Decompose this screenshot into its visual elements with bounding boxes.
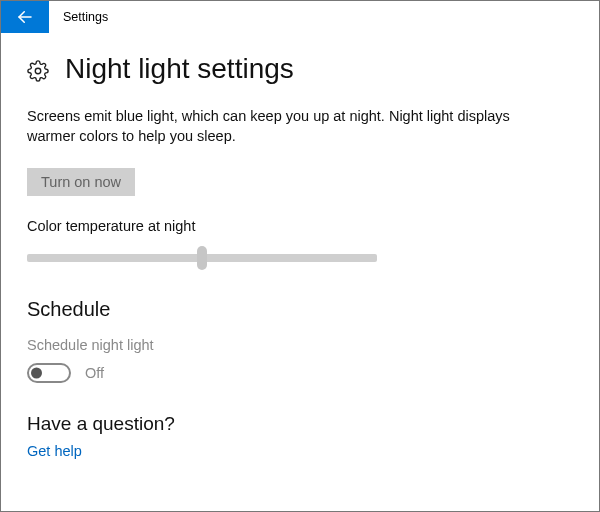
schedule-toggle-state: Off — [85, 365, 104, 381]
svg-point-1 — [35, 68, 41, 74]
titlebar-app-name: Settings — [63, 10, 108, 24]
settings-window: Settings Night light settings Screens em… — [0, 0, 600, 512]
back-button[interactable] — [1, 1, 49, 33]
schedule-toggle[interactable] — [27, 363, 71, 383]
back-arrow-icon — [16, 8, 34, 26]
gear-icon — [27, 60, 49, 82]
page-description: Screens emit blue light, which can keep … — [27, 107, 547, 146]
page-content: Night light settings Screens emit blue l… — [1, 33, 599, 479]
turn-on-now-button[interactable]: Turn on now — [27, 168, 135, 196]
get-help-link[interactable]: Get help — [27, 443, 573, 459]
color-temperature-label: Color temperature at night — [27, 218, 573, 234]
schedule-heading: Schedule — [27, 298, 573, 321]
schedule-toggle-label: Schedule night light — [27, 337, 573, 353]
page-header: Night light settings — [27, 53, 573, 85]
color-temperature-slider[interactable] — [27, 246, 377, 270]
slider-thumb[interactable] — [197, 246, 207, 270]
schedule-toggle-row: Off — [27, 363, 573, 383]
have-a-question-heading: Have a question? — [27, 413, 573, 435]
toggle-knob — [31, 368, 42, 379]
page-title: Night light settings — [65, 53, 294, 85]
titlebar: Settings — [1, 1, 599, 33]
